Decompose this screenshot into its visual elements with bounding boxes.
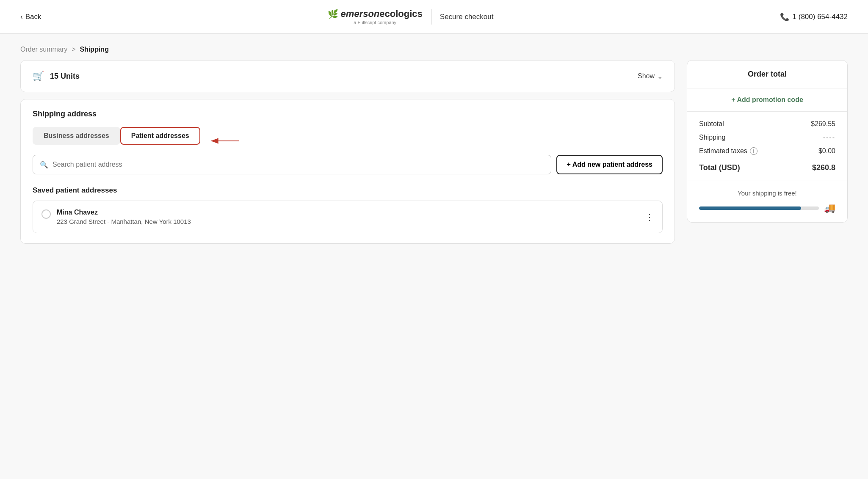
address-line: 223 Grand Street - Manhattan, New York 1…	[57, 218, 191, 225]
add-promo-link[interactable]: + Add promotion code	[731, 96, 803, 103]
header-left: ‹ Back	[20, 13, 41, 21]
taxes-label: Estimated taxes i	[699, 147, 757, 155]
subtotal-label: Subtotal	[699, 120, 724, 128]
search-input-wrap: 🔍	[33, 155, 551, 174]
breadcrumb-arrow: >	[72, 46, 75, 53]
total-row: Total (USD) $260.8	[699, 161, 835, 172]
shipping-label: Shipping	[699, 134, 725, 141]
logo: 🌿 emersonecologics a Fullscript company	[328, 8, 423, 25]
back-chevron-icon: ‹	[20, 13, 23, 21]
add-patient-button[interactable]: + Add new patient address	[556, 155, 663, 174]
logo-brand: 🌿 emersonecologics	[328, 8, 423, 19]
address-name: Mina Chavez	[57, 209, 191, 216]
business-addresses-tab[interactable]: Business addresses	[33, 127, 120, 145]
back-link[interactable]: ‹ Back	[20, 13, 41, 21]
logo-ecologics-text: ecologics	[379, 8, 422, 19]
shipping-value: ----	[823, 134, 835, 141]
free-shipping-text: Your shipping is free!	[699, 190, 835, 197]
saved-addresses-title: Saved patient addresses	[33, 186, 663, 195]
phone-number: 1 (800) 654-4432	[793, 13, 848, 21]
header-divider	[431, 9, 431, 25]
free-shipping-section: Your shipping is free! 🚚	[687, 181, 847, 222]
back-label: Back	[25, 13, 41, 21]
patient-addresses-tab[interactable]: Patient addresses	[120, 127, 200, 145]
leaf-icon: 🌿	[328, 9, 338, 19]
address-tabs: Business addresses Patient addresses	[33, 127, 200, 145]
breadcrumb-step2: Shipping	[80, 46, 108, 53]
chevron-down-icon: ⌄	[657, 72, 663, 80]
address-radio[interactable]	[41, 209, 51, 219]
shipping-address-card: Shipping address Business addresses Pati…	[20, 99, 675, 244]
cart-icon: 🛒	[33, 71, 44, 82]
logo-sub: a Fullscript company	[354, 20, 396, 25]
breadcrumb-step1[interactable]: Order summary	[20, 46, 67, 53]
cart-summary-card: 🛒 15 Units Show ⌄	[20, 60, 675, 92]
cart-units: 15 Units	[50, 72, 80, 81]
address-left: Mina Chavez 223 Grand Street - Manhattan…	[41, 209, 191, 225]
address-tab-row: Business addresses Patient addresses	[33, 127, 663, 155]
promo-section: + Add promotion code	[687, 88, 847, 112]
taxes-value: $0.00	[818, 147, 835, 155]
header: ‹ Back 🌿 emersonecologics a Fullscript c…	[0, 0, 868, 34]
shipping-section-title: Shipping address	[33, 110, 663, 118]
subtotal-row: Subtotal $269.55	[699, 120, 835, 128]
breadcrumb: Order summary > Shipping	[0, 34, 868, 60]
order-total-header: Order total	[687, 61, 847, 88]
phone-icon: 📞	[780, 12, 789, 22]
arrow-annotation	[207, 135, 241, 147]
address-details: Mina Chavez 223 Grand Street - Manhattan…	[57, 209, 191, 225]
left-panel: 🛒 15 Units Show ⌄ Shipping address Busin…	[20, 60, 675, 244]
total-value: $260.8	[812, 163, 835, 172]
shipping-row: Shipping ----	[699, 134, 835, 141]
progress-fill	[699, 206, 801, 210]
total-label: Total (USD)	[699, 163, 740, 172]
logo-emerson: emersonecologics	[341, 8, 423, 19]
progress-bar-wrap: 🚚	[699, 203, 835, 214]
arrow-icon	[207, 135, 241, 147]
main-content: 🛒 15 Units Show ⌄ Shipping address Busin…	[0, 60, 868, 261]
progress-bar	[699, 206, 819, 210]
taxes-info-icon[interactable]: i	[750, 147, 757, 155]
taxes-row: Estimated taxes i $0.00	[699, 147, 835, 155]
secure-checkout-label: Secure checkout	[440, 13, 494, 21]
truck-icon: 🚚	[824, 203, 835, 214]
show-label: Show	[638, 72, 655, 80]
address-item: Mina Chavez 223 Grand Street - Manhattan…	[33, 201, 663, 233]
search-icon: 🔍	[40, 161, 48, 169]
cart-left: 🛒 15 Units	[33, 71, 80, 82]
show-button[interactable]: Show ⌄	[638, 72, 663, 80]
subtotal-value: $269.55	[811, 120, 835, 128]
header-right: 📞 1 (800) 654-4432	[780, 12, 848, 22]
order-details: Subtotal $269.55 Shipping ---- Estimated…	[687, 112, 847, 181]
order-total-panel: Order total + Add promotion code Subtota…	[687, 60, 848, 223]
search-row: 🔍 + Add new patient address	[33, 155, 663, 174]
header-center: 🌿 emersonecologics a Fullscript company …	[328, 8, 494, 25]
more-options-icon[interactable]: ⋮	[645, 212, 654, 222]
search-patient-input[interactable]	[53, 161, 544, 168]
